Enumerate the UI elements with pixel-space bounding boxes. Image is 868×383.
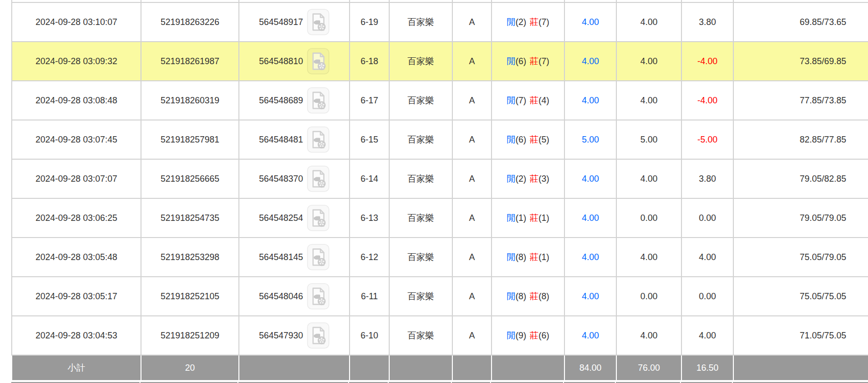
subtotal-empty-cell <box>733 355 868 380</box>
cell-bet-time: 2024-09-28 03:07:07 <box>12 159 141 198</box>
cell-result: 閒(2)莊(7) <box>492 2 564 42</box>
player-label: 閒 <box>507 291 516 301</box>
cell-round: 6-11 <box>350 277 389 316</box>
subtotal-count: 20 <box>141 355 239 380</box>
bet-history-page: { "colors": { "accent_blue": "#0066ff", … <box>0 0 868 383</box>
banker-label: 莊 <box>530 174 539 184</box>
cell-valid-amount: 5.00 <box>616 120 681 159</box>
cell-bet-amount[interactable]: 4.00 <box>564 198 616 238</box>
cell-bet-id: 521918263226 <box>141 2 239 42</box>
cell-bet-time: 2024-09-28 03:05:48 <box>12 238 141 277</box>
video-replay-button[interactable] <box>307 87 329 114</box>
cell-bet-time: 2024-09-28 03:05:17 <box>12 277 141 316</box>
video-file-icon <box>307 87 329 114</box>
cell-bet-amount[interactable]: 4.00 <box>564 238 616 277</box>
banker-label: 莊 <box>530 213 539 223</box>
cell-bet-amount[interactable]: 4.00 <box>564 277 616 316</box>
cell-bet-amount[interactable]: 4.00 <box>564 159 616 198</box>
subtotal-empty-cell <box>350 355 389 380</box>
cell-win-loss: -4.00 <box>681 81 733 120</box>
cell-win-loss: 3.80 <box>681 159 733 198</box>
player-label: 閒 <box>507 174 516 184</box>
player-score: (7) <box>516 96 526 105</box>
cell-bet-id: 521918257981 <box>141 120 239 159</box>
cell-game-type: 百家樂 <box>389 198 452 238</box>
cell-game-id: 564548917 <box>239 2 350 42</box>
video-replay-button[interactable] <box>307 166 329 192</box>
cell-balance: 69.85/73.65 <box>733 2 868 42</box>
cell-result: 閒(9)莊(6) <box>492 316 564 355</box>
subtotal-valid-total: 76.00 <box>616 355 681 380</box>
cell-game-id: 564548689 <box>239 81 350 120</box>
cell-game-id: 564547930 <box>239 316 350 355</box>
banker-score: (7) <box>539 17 549 27</box>
subtotal-label: 小計 <box>12 355 141 380</box>
cell-bet-amount[interactable]: 4.00 <box>564 2 616 42</box>
video-file-icon <box>307 48 329 74</box>
video-replay-button[interactable] <box>307 126 329 153</box>
cell-round: 6-14 <box>350 159 389 198</box>
cell-win-loss: 4.00 <box>681 238 733 277</box>
video-replay-button[interactable] <box>307 322 329 349</box>
video-file-icon <box>307 283 329 310</box>
cell-valid-amount: 4.00 <box>616 81 681 120</box>
cell-valid-amount: 0.00 <box>616 198 681 238</box>
game-id-text: 564548481 <box>259 135 303 144</box>
cell-result: 閒(8)莊(1) <box>492 238 564 277</box>
cell-balance: 75.05/75.05 <box>733 277 868 316</box>
player-score: (6) <box>516 135 526 144</box>
cell-valid-amount: 4.00 <box>616 238 681 277</box>
cell-round: 6-15 <box>350 120 389 159</box>
player-label: 閒 <box>507 252 516 262</box>
player-score: (9) <box>516 331 526 340</box>
cell-round: 6-17 <box>350 81 389 120</box>
table-row[interactable]: 2024-09-28 03:07:45 521918257981 5645484… <box>12 120 868 159</box>
table-row[interactable]: 2024-09-28 03:08:48 521918260319 5645486… <box>12 81 868 120</box>
cell-valid-amount: 4.00 <box>616 42 681 81</box>
cell-game-type: 百家樂 <box>389 120 452 159</box>
video-replay-button[interactable] <box>307 48 329 74</box>
video-replay-button[interactable] <box>307 9 329 35</box>
player-label: 閒 <box>507 56 516 66</box>
cell-table-code: A <box>452 42 492 81</box>
game-id-text: 564548810 <box>259 56 303 66</box>
cell-game-type: 百家樂 <box>389 159 452 198</box>
cell-win-loss: 0.00 <box>681 198 733 238</box>
cell-win-loss: -5.00 <box>681 120 733 159</box>
cell-bet-amount[interactable]: 4.00 <box>564 81 616 120</box>
video-replay-button[interactable] <box>307 244 329 270</box>
game-id-text: 564548370 <box>259 174 303 184</box>
cell-bet-id: 521918261987 <box>141 42 239 81</box>
cell-balance: 71.05/75.05 <box>733 316 868 355</box>
player-score: (2) <box>516 174 526 184</box>
video-replay-button[interactable] <box>307 205 329 231</box>
table-row[interactable]: 2024-09-28 03:04:53 521918251209 5645479… <box>12 316 868 355</box>
banker-score: (8) <box>539 291 549 301</box>
table-row[interactable]: 2024-09-28 03:07:07 521918256665 5645483… <box>12 159 868 198</box>
video-replay-button[interactable] <box>307 283 329 310</box>
cell-bet-amount[interactable]: 4.00 <box>564 42 616 81</box>
player-score: (6) <box>516 56 526 66</box>
video-file-icon <box>307 244 329 270</box>
table-row[interactable]: 2024-09-28 03:05:48 521918253298 5645481… <box>12 238 868 277</box>
cell-win-loss: 3.80 <box>681 2 733 42</box>
cell-result: 閒(6)莊(5) <box>492 120 564 159</box>
game-id-text: 564548145 <box>259 252 303 262</box>
cell-result: 閒(8)莊(8) <box>492 277 564 316</box>
player-score: (8) <box>516 252 526 262</box>
cell-bet-time: 2024-09-28 03:09:32 <box>12 42 141 81</box>
cell-balance: 79.05/79.05 <box>733 198 868 238</box>
table-row[interactable]: 2024-09-28 03:06:25 521918254735 5645482… <box>12 198 868 238</box>
table-row[interactable]: 2024-09-28 03:10:07 521918263226 5645489… <box>12 2 868 42</box>
cell-result: 閒(2)莊(3) <box>492 159 564 198</box>
table-row[interactable]: 2024-09-28 03:05:17 521918252105 5645480… <box>12 277 868 316</box>
cell-bet-amount[interactable]: 5.00 <box>564 120 616 159</box>
banker-score: (7) <box>539 56 549 66</box>
bet-history-table: 2024-09-28 03:10:07 521918263226 5645489… <box>11 0 868 380</box>
banker-score: (1) <box>539 252 549 262</box>
table-row[interactable]: 2024-09-28 03:09:32 521918261987 5645488… <box>12 42 868 81</box>
cell-table-code: A <box>452 277 492 316</box>
cell-table-code: A <box>452 2 492 42</box>
cell-bet-id: 521918260319 <box>141 81 239 120</box>
cell-bet-amount[interactable]: 4.00 <box>564 316 616 355</box>
